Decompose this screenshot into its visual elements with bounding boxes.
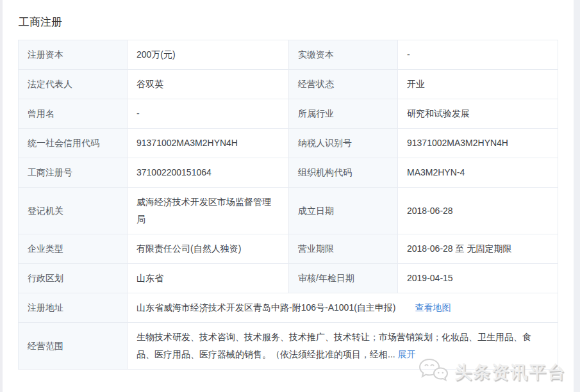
business-scope-text: 生物技术研发、技术咨询、技术服务、技术推广、技术转让；市场营销策划；化妆品、卫生… bbox=[137, 332, 531, 359]
page-title: 工商注册 bbox=[19, 16, 558, 29]
business-registration-section: 工商注册 注册资本 200万(元) 实缴资本 - 法定代表人 谷双英 经营状态 … bbox=[18, 0, 558, 370]
table-row: 曾用名 - 所属行业 研究和试验发展 bbox=[19, 99, 558, 129]
field-label: 审核/年检日期 bbox=[289, 264, 398, 293]
field-label: 经营状态 bbox=[289, 70, 398, 99]
field-label: 注册资本 bbox=[19, 40, 128, 70]
view-map-link[interactable]: 查看地图 bbox=[415, 302, 451, 313]
field-value: 2018-06-28 至 无固定期限 bbox=[398, 234, 558, 264]
table-row: 登记机关 威海经济技术开发区市场监督管理局 成立日期 2018-06-28 bbox=[19, 188, 558, 234]
field-label: 营业期限 bbox=[289, 234, 398, 264]
field-value: 2018-06-28 bbox=[398, 188, 558, 234]
field-value: 2019-04-15 bbox=[398, 264, 558, 293]
field-label: 曾用名 bbox=[19, 99, 128, 129]
field-value-address: 山东省威海市经济技术开发区青岛中路-附106号-A1001(自主申报)查看地图 bbox=[128, 293, 558, 323]
page-left-edge bbox=[0, 0, 3, 392]
field-label: 行政区划 bbox=[19, 264, 128, 293]
expand-link[interactable]: 展开 bbox=[398, 349, 416, 359]
field-value: 研究和试验发展 bbox=[398, 99, 558, 129]
field-value: 威海经济技术开发区市场监督管理局 bbox=[128, 188, 289, 234]
table-row: 企业类型 有限责任公司(自然人独资) 营业期限 2018-06-28 至 无固定… bbox=[19, 234, 558, 264]
registered-address-text: 山东省威海市经济技术开发区青岛中路-附106号-A1001(自主申报) bbox=[137, 302, 396, 313]
table-row: 行政区划 山东省 审核/年检日期 2019-04-15 bbox=[19, 264, 558, 293]
field-label: 法定代表人 bbox=[19, 70, 128, 99]
field-label: 所属行业 bbox=[289, 99, 398, 129]
table-row-address: 注册地址 山东省威海市经济技术开发区青岛中路-附106号-A1001(自主申报)… bbox=[19, 293, 558, 323]
field-value: 91371002MA3M2HYN4H bbox=[398, 129, 558, 158]
table-row: 法定代表人 谷双英 经营状态 开业 bbox=[19, 70, 558, 99]
field-value: - bbox=[398, 40, 558, 70]
page-right-edge bbox=[574, 0, 580, 392]
field-value: 开业 bbox=[398, 70, 558, 99]
table-row: 工商注册号 371002200151064 组织机构代码 MA3M2HYN-4 bbox=[19, 158, 558, 188]
field-label: 经营范围 bbox=[19, 323, 128, 370]
field-value: MA3M2HYN-4 bbox=[398, 158, 558, 188]
field-label: 工商注册号 bbox=[19, 158, 128, 188]
field-value: 371002200151064 bbox=[128, 158, 289, 188]
field-value: 91371002MA3M2HYN4H bbox=[128, 129, 289, 158]
table-row: 统一社会信用代码 91371002MA3M2HYN4H 纳税人识别号 91371… bbox=[19, 129, 558, 158]
field-value: 200万(元) bbox=[128, 40, 289, 70]
field-value: - bbox=[128, 99, 289, 129]
table-row-scope: 经营范围 生物技术研发、技术咨询、技术服务、技术推广、技术转让；市场营销策划；化… bbox=[19, 323, 558, 370]
field-value: 山东省 bbox=[128, 264, 289, 293]
field-label: 实缴资本 bbox=[289, 40, 398, 70]
field-label: 企业类型 bbox=[19, 234, 128, 264]
field-label: 注册地址 bbox=[19, 293, 128, 323]
table-row: 注册资本 200万(元) 实缴资本 - bbox=[19, 40, 558, 70]
field-label: 组织机构代码 bbox=[289, 158, 398, 188]
field-value: 有限责任公司(自然人独资) bbox=[128, 234, 289, 264]
field-label: 成立日期 bbox=[289, 188, 398, 234]
field-value: 谷双英 bbox=[128, 70, 289, 99]
field-label: 纳税人识别号 bbox=[289, 129, 398, 158]
field-label: 统一社会信用代码 bbox=[19, 129, 128, 158]
field-value-scope: 生物技术研发、技术咨询、技术服务、技术推广、技术转让；市场营销策划；化妆品、卫生… bbox=[128, 323, 558, 370]
field-label: 登记机关 bbox=[19, 188, 128, 234]
business-registration-table: 注册资本 200万(元) 实缴资本 - 法定代表人 谷双英 经营状态 开业 曾用… bbox=[18, 40, 558, 370]
